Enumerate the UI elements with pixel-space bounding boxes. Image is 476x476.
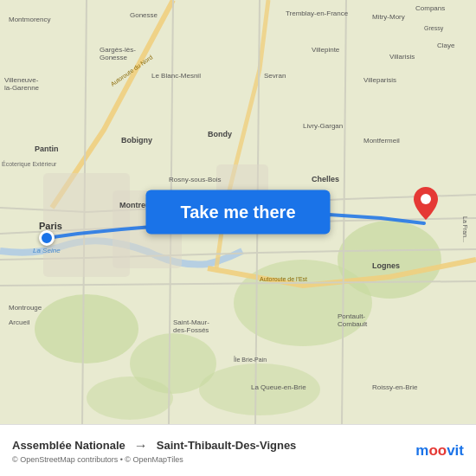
footer-route-info: Assemblée Nationale → Saint-Thibault-Des… <box>12 438 415 464</box>
svg-text:Île Brie-Pain: Île Brie-Pain <box>233 356 267 363</box>
svg-text:Bobigny: Bobigny <box>121 136 152 145</box>
map-attribution: © OpenStreetMap contributors • © OpenMap… <box>12 455 415 464</box>
svg-text:La Seine: La Seine <box>33 247 61 254</box>
svg-point-1 <box>35 294 138 363</box>
svg-text:Mitry-Mory: Mitry-Mory <box>372 13 405 21</box>
svg-text:Compans: Compans <box>415 4 445 12</box>
svg-text:Montrouge: Montrouge <box>9 304 42 312</box>
svg-text:Rosny-sous-Bois: Rosny-sous-Bois <box>169 176 221 183</box>
svg-text:Le Blanc-Mesnil: Le Blanc-Mesnil <box>151 72 201 80</box>
svg-text:Livry-Gargan: Livry-Gargan <box>303 122 343 130</box>
svg-text:Villeparisis: Villeparisis <box>363 76 396 84</box>
svg-text:Montmorency: Montmorency <box>9 16 50 23</box>
svg-text:Chelles: Chelles <box>312 175 339 183</box>
svg-text:Saint-Maur-: Saint-Maur- <box>173 318 209 326</box>
svg-text:Villepinte: Villepinte <box>312 46 340 54</box>
footer: Assemblée Nationale → Saint-Thibault-Des… <box>0 424 476 476</box>
svg-text:Écoterique Extérieur: Écoterique Extérieur <box>2 160 57 168</box>
svg-text:Autoroute de l'Est: Autoroute de l'Est <box>260 276 307 282</box>
origin-marker <box>39 230 55 246</box>
svg-text:Villarisis: Villarisis <box>389 53 415 61</box>
footer-arrow: → <box>134 438 148 453</box>
svg-text:la-Garenne: la-Garenne <box>4 84 40 92</box>
svg-point-6 <box>87 376 173 420</box>
take-me-there-button[interactable]: Take me there <box>145 190 330 235</box>
svg-text:Sevran: Sevran <box>264 72 286 80</box>
svg-text:Pontault-: Pontault- <box>338 312 365 320</box>
svg-text:des-Fossés: des-Fossés <box>173 326 209 334</box>
svg-text:Villeneuve-: Villeneuve- <box>4 76 39 84</box>
moovit-logo: moovit <box>415 442 464 460</box>
destination-marker <box>414 187 438 223</box>
footer-origin: Assemblée Nationale <box>12 439 125 452</box>
svg-point-4 <box>338 221 441 299</box>
svg-text:La Queue-en-Brie: La Queue-en-Brie <box>251 383 306 391</box>
svg-text:Arcueil: Arcueil <box>9 318 30 326</box>
map-container: Montmorency Gonesse Tremblay-en-France M… <box>0 0 476 424</box>
svg-text:Roissy-en-Brie: Roissy-en-Brie <box>372 383 418 391</box>
svg-text:La Fran...: La Fran... <box>462 216 468 242</box>
svg-text:Lognes: Lognes <box>372 261 400 270</box>
svg-text:Combault: Combault <box>338 320 368 328</box>
svg-point-51 <box>421 194 431 204</box>
svg-text:Claye: Claye <box>437 42 455 49</box>
svg-text:Montfermeil: Montfermeil <box>363 137 400 145</box>
svg-text:Gonesse: Gonesse <box>100 54 128 61</box>
svg-text:Paris: Paris <box>39 221 62 231</box>
svg-text:Gargès-lès-: Gargès-lès- <box>100 46 136 54</box>
svg-text:Gonesse: Gonesse <box>130 11 158 19</box>
svg-text:Bondy: Bondy <box>208 130 232 138</box>
svg-text:Pantin: Pantin <box>35 145 59 153</box>
svg-text:Gressy: Gressy <box>424 25 444 32</box>
svg-text:Tremblay-en-France: Tremblay-en-France <box>286 10 349 17</box>
moovit-logo-text: moovit <box>415 442 464 460</box>
footer-destination: Saint-Thibault-Des-Vignes <box>157 439 297 452</box>
